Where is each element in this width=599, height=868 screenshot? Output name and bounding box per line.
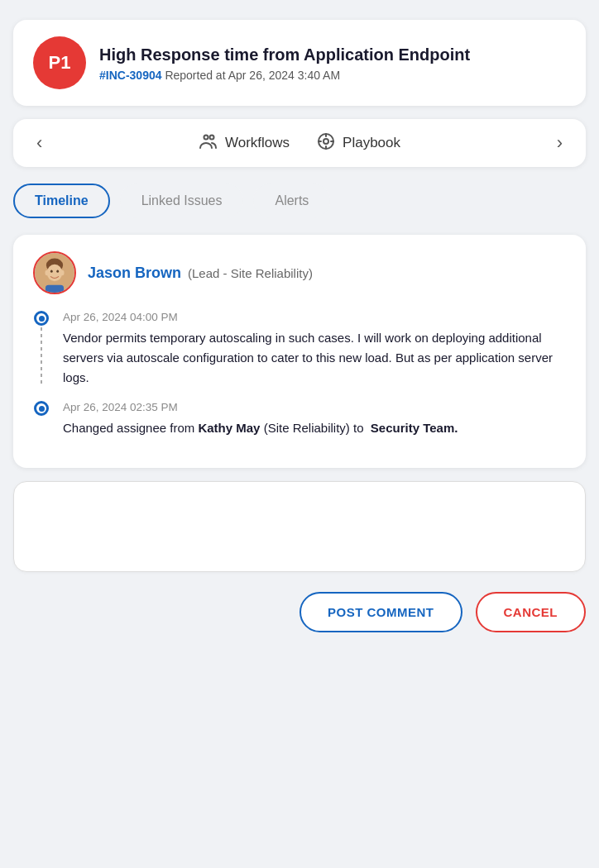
incident-card: P1 High Response time from Application E… (13, 20, 586, 106)
timeline-entry-2: Apr 26, 2024 02:35 PM Changed assignee f… (33, 401, 566, 438)
timeline-content-1: Apr 26, 2024 04:00 PM Vendor permits tem… (63, 311, 566, 388)
incident-title: High Response time from Application Endp… (99, 44, 470, 65)
svg-point-0 (204, 135, 208, 139)
entry-timestamp-2: Apr 26, 2024 02:35 PM (63, 401, 566, 413)
svg-point-13 (50, 269, 53, 272)
nav-items: Workflows Playbook (199, 131, 400, 155)
assignee-from: Kathy May (198, 421, 260, 435)
svg-point-14 (56, 269, 59, 272)
priority-badge: P1 (33, 36, 86, 89)
nav-bar: ‹ Workflows (13, 119, 586, 167)
playbook-label: Playbook (343, 135, 400, 151)
entry-text-2: Changed assignee from Kathy May (Site Re… (63, 418, 566, 438)
workflows-label: Workflows (225, 135, 290, 151)
playbook-icon (316, 131, 336, 155)
tab-linked-issues[interactable]: Linked Issues (120, 184, 244, 218)
tabs-bar: Timeline Linked Issues Alerts (13, 180, 586, 222)
entry-text-1: Vendor permits temporary autoscaling in … (63, 328, 566, 388)
user-role: (Lead - Site Reliability) (188, 266, 313, 280)
incident-id: #INC-30904 (99, 69, 162, 82)
post-comment-button[interactable]: POST COMMENT (300, 592, 462, 632)
assignee-to: Security Team. (371, 421, 458, 435)
workflows-icon (199, 131, 218, 155)
incident-meta: #INC-30904 Reported at Apr 26, 2024 3:40… (99, 69, 470, 82)
svg-point-3 (323, 139, 328, 144)
user-name-role: Jason Brown (Lead - Site Reliability) (88, 265, 313, 282)
timeline-entry-1: Apr 26, 2024 04:00 PM Vendor permits tem… (33, 311, 566, 388)
nav-workflows[interactable]: Workflows (199, 131, 290, 155)
tab-alerts[interactable]: Alerts (253, 184, 330, 218)
timeline-dot-2 (34, 401, 49, 416)
prev-arrow[interactable]: ‹ (30, 129, 49, 157)
timeline-section: Jason Brown (Lead - Site Reliability) Ap… (13, 235, 586, 468)
incident-reported: Reported at Apr 26, 2024 3:40 AM (165, 69, 340, 82)
timeline-connector-1 (41, 327, 42, 386)
svg-point-11 (45, 270, 49, 275)
timeline-line-1 (33, 311, 50, 388)
svg-rect-15 (46, 285, 64, 294)
comment-input[interactable] (13, 481, 586, 572)
user-name: Jason Brown (88, 265, 181, 282)
entry-timestamp-1: Apr 26, 2024 04:00 PM (63, 311, 566, 323)
next-arrow[interactable]: › (550, 129, 569, 157)
timeline-content-2: Apr 26, 2024 02:35 PM Changed assignee f… (63, 401, 566, 438)
timeline-entries: Apr 26, 2024 04:00 PM Vendor permits tem… (33, 311, 566, 451)
timeline-line-2 (33, 401, 50, 438)
incident-info: High Response time from Application Endp… (99, 44, 470, 82)
tab-timeline[interactable]: Timeline (13, 184, 110, 218)
svg-point-10 (47, 265, 62, 281)
avatar (33, 251, 76, 294)
footer-buttons: POST COMMENT CANCEL (13, 585, 586, 636)
svg-point-1 (209, 135, 213, 139)
cancel-button[interactable]: CANCEL (476, 592, 587, 632)
timeline-dot-1 (34, 311, 49, 326)
user-header: Jason Brown (Lead - Site Reliability) (33, 251, 566, 294)
svg-point-12 (60, 270, 65, 275)
nav-playbook[interactable]: Playbook (316, 131, 400, 155)
